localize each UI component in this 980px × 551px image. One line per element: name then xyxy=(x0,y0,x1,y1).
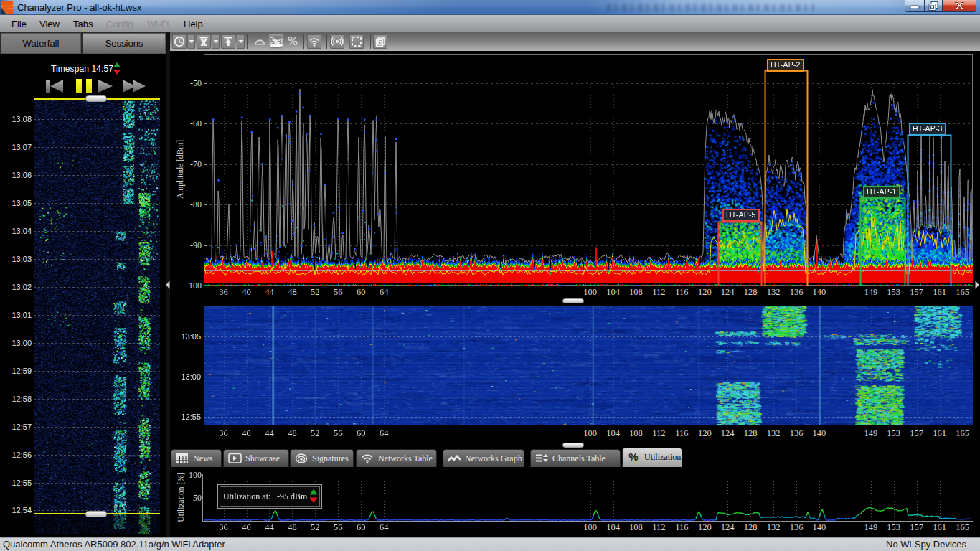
svg-text:%: % xyxy=(628,451,638,463)
